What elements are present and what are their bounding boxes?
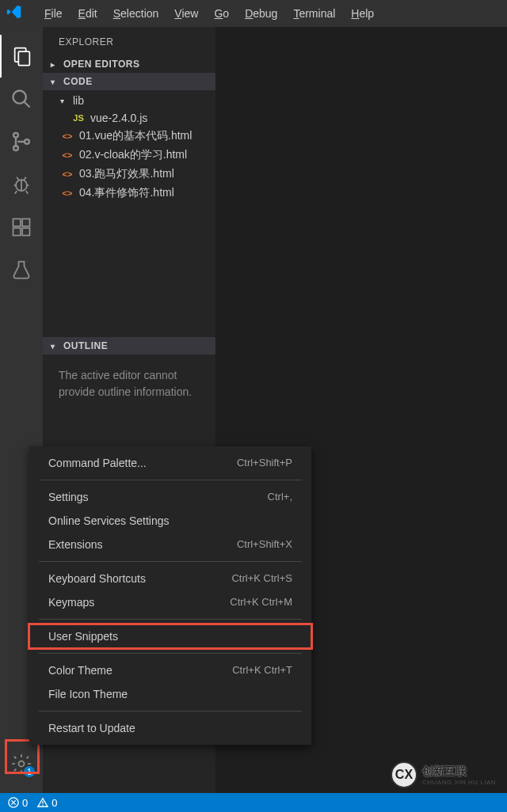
file-item[interactable]: <> 04.事件修饰符.html [43,184,215,203]
svg-point-2 [13,91,26,104]
activity-debug[interactable] [0,163,43,206]
update-badge: 1 [24,766,35,777]
menu-bar: FileEditSelectionViewGoDebugTerminalHelp [36,4,382,23]
menu-selection[interactable]: Selection [105,4,167,23]
menu-file[interactable]: File [36,4,71,23]
ctx-user-snippets[interactable]: User Snippets [29,624,311,648]
chevron-right-icon: ▸ [51,60,60,69]
ctx-keyboard-shortcuts[interactable]: Keyboard ShortcutsCtrl+K Ctrl+S [29,567,311,590]
svg-line-3 [25,102,30,108]
ctx-item-shortcut: Ctrl+K Ctrl+T [232,664,292,677]
section-open-editors[interactable]: ▸ OPEN EDITORS [43,55,215,73]
menu-separator [39,711,302,711]
ctx-item-label: Restart to Update [48,722,135,734]
folder-lib[interactable]: ▾ lib [43,92,215,109]
file-item[interactable]: <> 01.vue的基本代码.html [43,127,215,146]
html-icon: <> [60,150,74,160]
activity-test[interactable] [0,249,43,291]
ctx-item-label: Command Palette... [48,457,147,469]
ctx-item-label: Online Services Settings [48,514,170,527]
activity-settings-gear[interactable]: 1 [0,742,43,785]
settings-context-menu: Command Palette...Ctrl+Shift+PSettingsCt… [29,446,311,745]
section-code[interactable]: ▾ CODE [43,73,215,90]
section-outline[interactable]: ▾ OUTLINE [43,337,215,355]
chevron-down-icon: ▾ [51,342,60,351]
file-tree: ▾ lib JS vue-2.4.0.js <> 01.vue的基本代码.htm… [43,90,215,204]
ctx-item-label: File Icon Theme [48,688,128,700]
file-item[interactable]: JS vue-2.4.0.js [43,109,215,127]
activity-explorer[interactable] [0,35,43,78]
ctx-item-label: Extensions [48,538,102,551]
html-icon: <> [60,131,74,141]
vscode-logo-icon [6,4,36,23]
status-warnings[interactable]: 0 [37,797,57,809]
file-item[interactable]: <> 02.v-cloak的学习.html [43,146,215,165]
ctx-item-label: Keyboard Shortcuts [48,572,146,585]
activity-search[interactable] [0,78,43,120]
menu-terminal[interactable]: Terminal [285,4,343,23]
js-icon: JS [71,113,86,123]
ctx-extensions[interactable]: ExtensionsCtrl+Shift+X [29,533,311,556]
svg-point-12 [19,761,25,767]
outline-empty-message: The active editor cannot provide outline… [43,355,215,413]
menu-go[interactable]: Go [206,4,237,23]
warning-icon [37,797,48,808]
menu-separator [39,619,302,620]
ctx-item-shortcut: Ctrl+, [268,491,292,503]
svg-rect-11 [22,219,29,226]
ctx-item-label: Settings [48,491,89,503]
activity-extensions[interactable] [0,206,43,249]
menu-separator [39,653,302,654]
menu-separator [39,480,302,480]
ctx-restart-to-update[interactable]: Restart to Update [29,716,311,740]
ctx-item-label: Color Theme [48,664,112,677]
file-item[interactable]: <> 03.跑马灯效果.html [43,165,215,184]
ctx-item-shortcut: Ctrl+K Ctrl+M [230,596,292,609]
status-bar: 0 0 [0,793,507,812]
svg-rect-10 [22,228,29,235]
watermark-circle: CX [391,761,417,788]
html-icon: <> [60,169,74,179]
svg-point-4 [13,133,18,138]
status-errors[interactable]: 0 [8,797,28,809]
sidebar-title: EXPLORER [43,27,215,55]
error-icon [8,797,19,808]
ctx-item-shortcut: Ctrl+Shift+P [237,457,292,469]
svg-rect-1 [18,51,29,66]
menu-separator [39,561,302,562]
ctx-item-label: User Snippets [48,630,118,643]
titlebar: FileEditSelectionViewGoDebugTerminalHelp [0,0,507,27]
ctx-settings[interactable]: SettingsCtrl+, [29,485,311,509]
svg-point-5 [13,146,18,150]
ctx-online-services-settings[interactable]: Online Services Settings [29,509,311,533]
ctx-item-shortcut: Ctrl+K Ctrl+S [231,572,292,585]
menu-debug[interactable]: Debug [237,4,285,23]
ctx-item-label: Keymaps [48,596,94,609]
watermark-logo: CX 创新互联 CHUANG XIN HU LIAN [391,761,496,788]
activity-source-control[interactable] [0,120,43,163]
ctx-item-shortcut: Ctrl+Shift+X [237,538,292,551]
menu-view[interactable]: View [166,4,206,23]
ctx-file-icon-theme[interactable]: File Icon Theme [29,682,311,706]
svg-rect-9 [13,228,21,235]
ctx-keymaps[interactable]: KeymapsCtrl+K Ctrl+M [29,590,311,614]
menu-edit[interactable]: Edit [71,4,105,23]
chevron-down-icon: ▾ [60,97,70,105]
menu-help[interactable]: Help [343,4,382,23]
chevron-down-icon: ▾ [51,78,60,86]
svg-rect-8 [13,219,21,226]
ctx-color-theme[interactable]: Color ThemeCtrl+K Ctrl+T [29,658,311,682]
svg-point-6 [25,139,29,144]
ctx-command-palette[interactable]: Command Palette...Ctrl+Shift+P [29,451,311,475]
svg-point-15 [43,805,44,806]
html-icon: <> [60,188,74,198]
